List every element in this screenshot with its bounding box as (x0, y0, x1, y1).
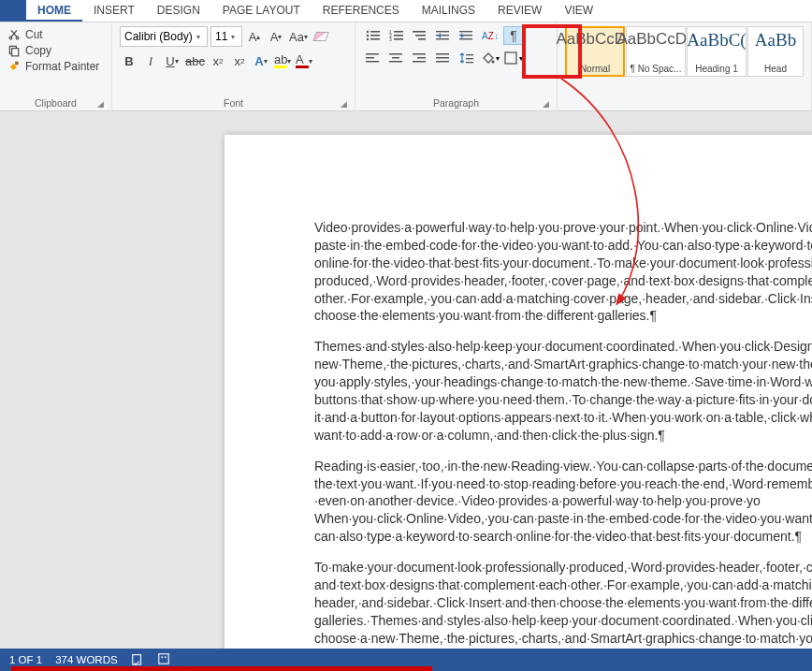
align-right-button[interactable] (410, 49, 430, 67)
svg-rect-23 (459, 31, 472, 32)
style-heading-1[interactable]: AaBbC(Heading 1 (687, 26, 747, 77)
paragraph-4[interactable]: To·make·your·document·look·professionall… (314, 559, 812, 647)
annotation-bottom-strip (11, 666, 432, 671)
bullets-button[interactable] (363, 26, 384, 45)
clear-formatting-button[interactable] (312, 26, 330, 47)
svg-rect-33 (417, 57, 426, 59)
cut-label: Cut (25, 28, 43, 41)
style-name: ¶ No Spac... (631, 64, 682, 74)
font-size-value: 11 (215, 30, 227, 43)
style-name: Normal (580, 64, 610, 74)
paragraph-2[interactable]: Themes·and·styles·also·help·keep·your·do… (314, 338, 812, 444)
pilcrow-icon: ¶ (510, 28, 517, 43)
bold-button[interactable]: B (120, 51, 138, 71)
ribbon: Cut Copy Format Painter Clipboard◢ Calib… (0, 22, 812, 111)
chevron-down-icon: ▾ (231, 33, 235, 41)
paragraph-group-label: Paragraph (433, 97, 479, 109)
subscript-button[interactable]: x2 (209, 51, 227, 71)
numbering-button[interactable]: 123 (386, 26, 407, 45)
page-count[interactable]: 1 OF 1 (9, 654, 42, 665)
scissors-icon (7, 28, 21, 41)
group-styles: AaBbCcDcNormal AaBbCcDc¶ No Spac... AaBb… (558, 22, 812, 110)
format-painter-button[interactable]: Format Painter (7, 60, 104, 73)
svg-rect-8 (370, 35, 380, 36)
tab-review[interactable]: REVIEW (486, 0, 553, 22)
sort-button[interactable]: AZ↓ (480, 26, 500, 45)
svg-point-5 (367, 31, 369, 33)
eraser-icon (312, 32, 329, 41)
shrink-font-button[interactable]: A▾ (267, 26, 285, 47)
tab-page-layout[interactable]: PAGE LAYOUT (211, 0, 312, 22)
decrease-indent-button[interactable] (433, 26, 454, 45)
format-painter-label: Format Painter (25, 60, 99, 73)
justify-button[interactable] (433, 49, 454, 67)
font-name-combo[interactable]: Calibri (Body)▾ (120, 26, 208, 47)
font-size-combo[interactable]: 11▾ (210, 26, 242, 47)
svg-rect-10 (370, 38, 380, 40)
paragraph-launcher-icon[interactable]: ◢ (543, 99, 549, 109)
group-clipboard: Cut Copy Format Painter Clipboard◢ (0, 22, 112, 110)
font-color-button[interactable]: A▾ (295, 51, 313, 71)
align-center-button[interactable] (386, 49, 407, 67)
svg-rect-29 (389, 53, 402, 55)
ribbon-tabs: HOME INSERT DESIGN PAGE LAYOUT REFERENCE… (0, 0, 812, 22)
tab-design[interactable]: DESIGN (146, 0, 211, 22)
svg-rect-32 (413, 53, 426, 55)
borders-button[interactable]: ▾ (503, 49, 524, 67)
grow-font-button[interactable]: A▴ (245, 26, 264, 47)
style-name: Head (764, 64, 787, 74)
font-group-label: Font (224, 97, 243, 109)
font-launcher-icon[interactable]: ◢ (341, 99, 347, 109)
italic-button[interactable]: I (141, 51, 160, 71)
svg-point-41 (492, 61, 495, 64)
highlight-button[interactable]: ab▾ (273, 51, 292, 71)
style-heading-2[interactable]: AaBbHead (747, 26, 804, 77)
svg-rect-21 (436, 35, 449, 36)
document-area[interactable]: Video·provides·a·powerful·way·to·help·yo… (0, 111, 812, 649)
svg-rect-19 (418, 38, 426, 40)
show-hide-paragraph-button[interactable]: ¶ (503, 26, 524, 45)
style-no-spacing[interactable]: AaBbCcDc¶ No Spac... (626, 26, 686, 77)
spellcheck-icon[interactable] (131, 652, 144, 667)
paragraph-3[interactable]: Reading·is·easier,·too,·in·the·new·Readi… (314, 458, 812, 546)
svg-rect-27 (366, 57, 374, 59)
svg-point-7 (367, 35, 369, 36)
align-left-button[interactable] (363, 49, 384, 67)
copy-button[interactable]: Copy (7, 44, 104, 57)
line-spacing-button[interactable] (457, 49, 477, 67)
style-name: Heading 1 (695, 64, 738, 74)
svg-rect-44 (158, 654, 168, 664)
file-tab[interactable] (0, 0, 26, 22)
copy-icon (7, 44, 21, 57)
svg-rect-17 (413, 31, 426, 33)
tab-view[interactable]: VIEW (553, 0, 604, 22)
clipboard-launcher-icon[interactable]: ◢ (97, 99, 104, 109)
word-count[interactable]: 374 WORDS (55, 654, 117, 665)
text-effects-button[interactable]: A▾ (252, 51, 270, 71)
svg-rect-3 (12, 49, 19, 56)
strikethrough-button[interactable]: abc (184, 51, 206, 71)
svg-rect-26 (366, 53, 379, 55)
style-sample: AaBbCcDc (616, 31, 694, 47)
svg-rect-28 (366, 61, 379, 63)
superscript-button[interactable]: x2 (230, 51, 249, 71)
svg-point-9 (367, 38, 369, 40)
tab-insert[interactable]: INSERT (82, 0, 146, 22)
macro-icon[interactable] (157, 652, 170, 667)
tab-home[interactable]: HOME (26, 0, 82, 22)
underline-button[interactable]: U▾ (163, 51, 181, 71)
paint-bucket-icon (481, 51, 496, 65)
font-name-value: Calibri (Body) (124, 30, 193, 43)
tab-mailings[interactable]: MAILINGS (411, 0, 486, 22)
multilevel-list-button[interactable] (410, 26, 430, 45)
change-case-button[interactable]: Aa▾ (288, 26, 309, 47)
svg-rect-45 (161, 656, 163, 658)
style-normal[interactable]: AaBbCcDcNormal (565, 26, 625, 77)
shading-button[interactable]: ▾ (480, 49, 500, 67)
svg-rect-22 (436, 38, 449, 39)
increase-indent-button[interactable] (457, 26, 477, 45)
cut-button[interactable]: Cut (7, 28, 104, 41)
paragraph-1[interactable]: Video·provides·a·powerful·way·to·help·yo… (314, 219, 812, 325)
tab-references[interactable]: REFERENCES (312, 0, 411, 22)
svg-rect-34 (413, 61, 426, 63)
